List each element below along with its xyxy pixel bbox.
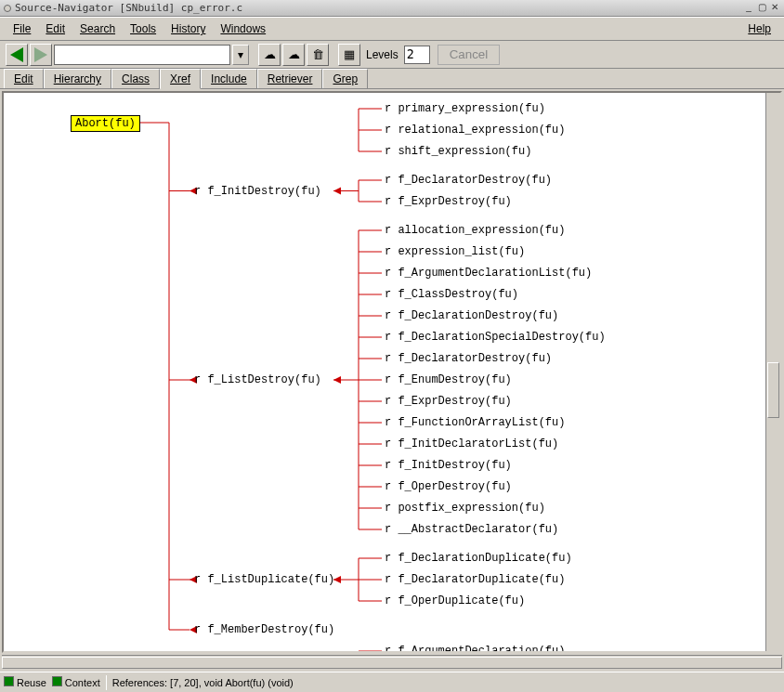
xref-leaf[interactable]: r shift_expression(fu): [385, 145, 531, 158]
xref-leaf[interactable]: r f_ExprDestroy(fu): [385, 195, 512, 208]
window-controls: _ ▢ ✕: [743, 3, 780, 14]
xref-leaf[interactable]: r f_DeclarationSpecialDestroy(fu): [385, 331, 606, 344]
xref-branch[interactable]: r f_ListDuplicate(fu): [194, 573, 334, 586]
symbol-dropdown[interactable]: ▾: [232, 45, 249, 65]
xref-leaf[interactable]: r f_EnumDestroy(fu): [385, 373, 512, 386]
xref-leaf[interactable]: r f_ExprDestroy(fu): [385, 395, 512, 408]
trash-icon: [312, 47, 324, 61]
titlebar-app-icon: [4, 5, 11, 12]
tab-edit[interactable]: Edit: [4, 69, 44, 88]
grid-icon: ▦: [344, 47, 355, 61]
tab-grep[interactable]: Grep: [322, 69, 368, 88]
xref-branch[interactable]: r f_ListDestroy(fu): [194, 373, 321, 386]
menu-help[interactable]: Help: [740, 20, 778, 37]
menu-search[interactable]: Search: [72, 20, 123, 37]
menu-tools[interactable]: Tools: [123, 20, 163, 37]
svg-marker-22: [333, 188, 341, 195]
filter-button[interactable]: ▦: [338, 44, 360, 66]
xref-leaf[interactable]: r f_DeclarationDuplicate(fu): [385, 552, 572, 565]
cancel-button[interactable]: Cancel: [438, 45, 501, 65]
nav-forward-button[interactable]: [30, 44, 52, 66]
separator: [106, 675, 107, 690]
xref-leaf[interactable]: r postfix_expression(fu): [385, 502, 545, 515]
xref-leaf[interactable]: r f_InitDeclaratorList(fu): [385, 437, 558, 450]
xref-leaf[interactable]: r f_DeclarationDestroy(fu): [385, 309, 558, 322]
chevron-down-icon: ▾: [238, 48, 243, 61]
symbol-input[interactable]: [54, 45, 230, 65]
xref-leaf[interactable]: r f_ClassDestroy(fu): [385, 288, 518, 301]
svg-marker-42: [333, 376, 341, 384]
refers-to-button[interactable]: ☁: [258, 44, 281, 66]
horizontal-scrollbar[interactable]: [2, 655, 782, 670]
tab-include[interactable]: Include: [201, 69, 257, 88]
context-toggle[interactable]: Context: [52, 676, 100, 688]
vertical-scrollbar[interactable]: [765, 93, 780, 651]
menu-file[interactable]: File: [6, 20, 38, 37]
status-references: References: [7, 20], void Abort(fu) (voi…: [112, 677, 294, 688]
menubar: File Edit Search Tools History Windows H…: [0, 17, 784, 41]
arrow-right-icon: [34, 47, 47, 62]
xref-leaf[interactable]: r f_ArgumentDeclarationList(fu): [385, 267, 592, 280]
cloud-icon: ☁: [264, 47, 276, 61]
close-button[interactable]: ✕: [769, 3, 780, 14]
xref-leaf[interactable]: r f_DeclaratorDestroy(fu): [385, 174, 552, 187]
statusbar: Reuse Context References: [7, 20], void …: [0, 672, 784, 692]
menu-history[interactable]: History: [163, 20, 213, 37]
reuse-toggle[interactable]: Reuse: [4, 676, 46, 688]
arrow-left-icon: [10, 47, 23, 62]
xref-leaf[interactable]: r primary_expression(fu): [385, 102, 545, 115]
levels-input[interactable]: [404, 46, 430, 64]
xref-leaf[interactable]: r f_DeclaratorDestroy(fu): [385, 352, 552, 365]
nav-back-button[interactable]: [6, 44, 28, 66]
tab-hierarchy[interactable]: Hierarchy: [44, 69, 111, 88]
xref-leaf[interactable]: r expression_list(fu): [385, 245, 525, 258]
xref-leaf[interactable]: r f_InitDestroy(fu): [385, 459, 512, 472]
tab-xref[interactable]: Xref: [160, 69, 201, 89]
xref-branch[interactable]: r f_MemberDestroy(fu): [194, 623, 334, 636]
xref-canvas[interactable]: Abort(fu)r primary_expression(fu)r relat…: [4, 93, 765, 651]
xref-leaf[interactable]: r relational_expression(fu): [385, 124, 565, 137]
xref-leaf[interactable]: r f_DeclaratorDuplicate(fu): [385, 573, 565, 586]
tab-retriever[interactable]: Retriever: [257, 69, 323, 88]
xref-leaf[interactable]: r f_OperDuplicate(fu): [385, 594, 525, 607]
checkbox-icon: [52, 676, 62, 686]
xref-leaf[interactable]: r __AbstractDeclarator(fu): [385, 523, 558, 536]
cloud-icon: ☁: [288, 47, 300, 61]
xref-leaf[interactable]: r f_OperDestroy(fu): [385, 480, 512, 493]
minimize-button[interactable]: _: [743, 3, 754, 14]
xref-view: Abort(fu)r primary_expression(fu)r relat…: [2, 91, 782, 653]
tabbar: Edit Hierarchy Class Xref Include Retrie…: [0, 69, 784, 89]
levels-label: Levels: [362, 48, 402, 61]
xref-branch[interactable]: r f_InitDestroy(fu): [194, 185, 321, 198]
xref-root[interactable]: Abort(fu): [71, 115, 140, 132]
referred-by-button[interactable]: ☁: [282, 44, 305, 66]
maximize-button[interactable]: ▢: [756, 3, 767, 14]
xref-leaf[interactable]: r f_FunctionOrArrayList(fu): [385, 416, 565, 429]
menu-edit[interactable]: Edit: [38, 20, 72, 37]
menu-windows[interactable]: Windows: [213, 20, 273, 37]
xref-leaf[interactable]: r allocation_expression(fu): [385, 224, 565, 237]
scrollbar-thumb[interactable]: [2, 657, 782, 669]
toolbar: ▾ ☁ ☁ ▦ Levels Cancel: [0, 41, 784, 69]
delete-button[interactable]: [307, 44, 329, 66]
titlebar: Source-Navigator [SNbuild] cp_error.c _ …: [0, 0, 784, 17]
window-title: Source-Navigator [SNbuild] cp_error.c: [15, 2, 743, 14]
tab-class[interactable]: Class: [111, 69, 160, 88]
checkbox-icon: [4, 676, 14, 686]
xref-leaf[interactable]: r f_ArgumentDeclaration(fu): [385, 645, 565, 651]
scrollbar-thumb[interactable]: [767, 362, 779, 418]
